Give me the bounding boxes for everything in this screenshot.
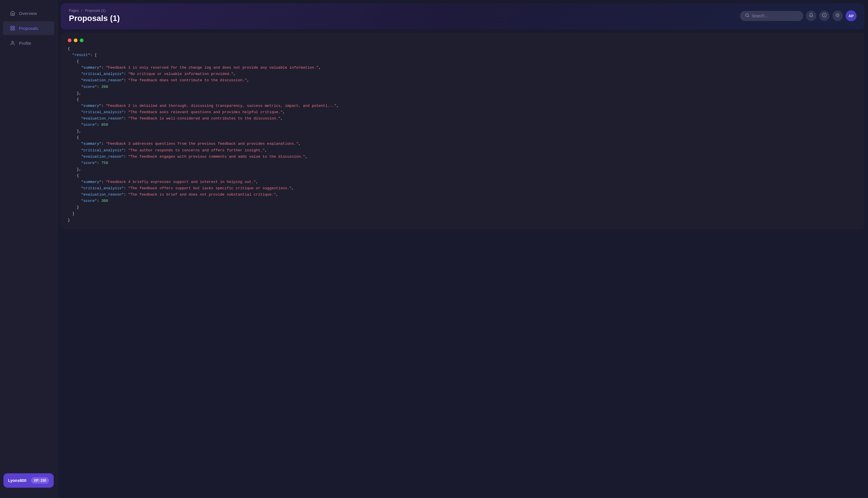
- info-icon: [822, 13, 827, 19]
- svg-rect-0: [11, 26, 12, 28]
- avatar-button[interactable]: AP: [845, 10, 856, 21]
- xp-badge: XP: 150: [31, 477, 49, 484]
- breadcrumb-current: Proposals (1): [85, 9, 105, 13]
- svg-point-4: [12, 41, 13, 43]
- content-area[interactable]: { "result": [ { "summary": "Feedback 1 i…: [57, 29, 868, 498]
- sidebar-bottom: Lyons800 XP: 150: [0, 469, 57, 492]
- search-input[interactable]: [752, 13, 798, 18]
- notifications-button[interactable]: [806, 11, 816, 21]
- page-title: Proposals (1): [69, 14, 120, 23]
- sun-icon: [835, 13, 840, 19]
- sidebar-item-label-overview: Overview: [19, 11, 37, 16]
- svg-rect-1: [13, 26, 15, 28]
- sidebar-item-label-profile: Profile: [19, 41, 31, 46]
- info-button[interactable]: [819, 11, 829, 21]
- svg-rect-3: [13, 29, 15, 30]
- user-card[interactable]: Lyons800 XP: 150: [3, 473, 54, 488]
- home-icon: [10, 10, 15, 16]
- code-block[interactable]: { "result": [ { "summary": "Feedback 1 i…: [68, 46, 858, 223]
- svg-line-14: [839, 16, 839, 17]
- code-top-bar: [68, 39, 858, 42]
- header-right: AP: [740, 10, 856, 21]
- svg-line-6: [748, 16, 749, 17]
- theme-button[interactable]: [832, 11, 843, 21]
- main-content: Pages / Proposals (1) Proposals (1): [57, 0, 868, 498]
- header-left: Pages / Proposals (1) Proposals (1): [69, 9, 120, 23]
- breadcrumb: Pages / Proposals (1): [69, 9, 120, 13]
- search-bar[interactable]: [740, 11, 803, 21]
- breadcrumb-sep: /: [81, 9, 82, 13]
- code-card: { "result": [ { "summary": "Feedback 1 i…: [61, 33, 865, 229]
- sidebar-item-profile[interactable]: Profile: [3, 36, 54, 50]
- sidebar: Overview Proposals Profile Lyons800 XP: …: [0, 0, 57, 498]
- svg-point-10: [837, 14, 839, 16]
- svg-line-18: [839, 14, 839, 14]
- sidebar-item-overview[interactable]: Overview: [3, 6, 54, 20]
- page-header: Pages / Proposals (1) Proposals (1): [61, 3, 865, 29]
- user-name: Lyons800: [8, 478, 26, 483]
- avatar-initials: AP: [849, 14, 854, 18]
- profile-icon: [10, 40, 15, 46]
- bell-icon: [809, 13, 813, 19]
- dot-yellow: [74, 39, 78, 42]
- svg-line-17: [836, 16, 837, 17]
- dot-red: [68, 39, 71, 42]
- sidebar-item-label-proposals: Proposals: [19, 26, 38, 31]
- breadcrumb-root: Pages: [69, 9, 79, 13]
- proposals-icon: [10, 25, 15, 31]
- search-icon: [745, 13, 749, 19]
- svg-rect-2: [11, 29, 12, 30]
- dot-green: [80, 39, 83, 42]
- sidebar-item-proposals[interactable]: Proposals: [3, 21, 54, 35]
- svg-line-13: [836, 14, 837, 14]
